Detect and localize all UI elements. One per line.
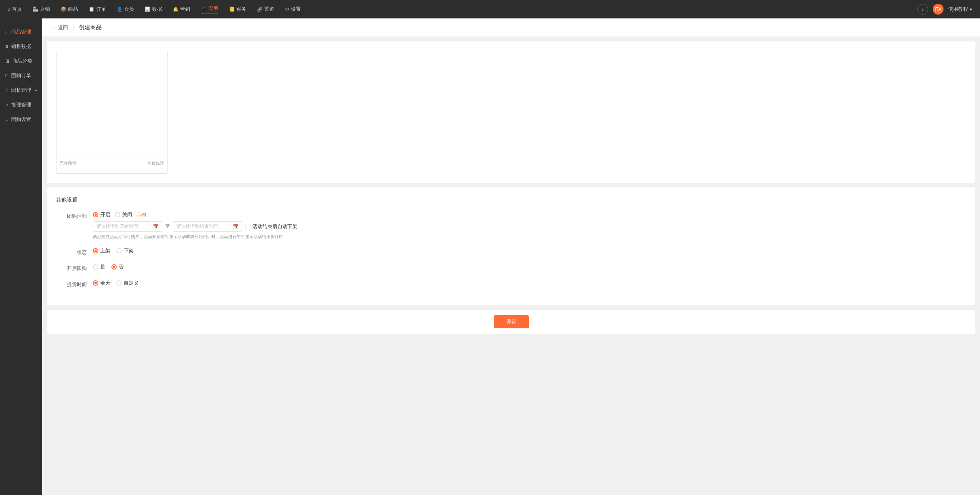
status-options: 上架 下架 — [93, 247, 134, 254]
top-nav: ⌂ 首页 🏪 店铺 📦 商品 📋 订单 👤 会员 📊 数据 🔔 营销 📱 — [0, 0, 980, 18]
limit-buy-no[interactable]: 否 — [111, 263, 124, 270]
status-row: 状态 上架 下架 — [56, 247, 966, 256]
main-content: ← 返回 | 创建商品 元素路径 字数统计 其他设置 团购活动 — [42, 18, 980, 495]
limit-buy-yes[interactable]: 是 — [93, 263, 105, 270]
header-separator: | — [73, 25, 74, 31]
auto-off-shelf-checkbox[interactable]: 活动结束后自动下架 — [245, 223, 297, 230]
page-header: ← 返回 | 创建商品 — [42, 18, 980, 37]
sales-data-icon: ≡ — [5, 44, 8, 49]
sidebar: □ 商品管理 ≡ 销售数据 ⊞ 商品分类 □ 团购订单 ○ 团长管理 ▾ ○ 提… — [0, 18, 42, 495]
auto-off-shelf-box[interactable] — [245, 224, 250, 229]
save-button[interactable]: 保存 — [494, 315, 529, 328]
nav-goods[interactable]: 📦 商品 — [61, 6, 78, 13]
word-count-label: 字数统计 — [147, 161, 164, 166]
group-activity-row: 团购活动 开启 关闭 示例 — [56, 211, 966, 240]
member-icon: 👤 — [117, 7, 123, 12]
nav-app[interactable]: 📱 应用 — [201, 5, 218, 13]
radio-yes-circle[interactable] — [93, 264, 98, 270]
layout: □ 商品管理 ≡ 销售数据 ⊞ 商品分类 □ 团购订单 ○ 团长管理 ▾ ○ 提… — [0, 18, 980, 495]
nav-marketing[interactable]: 🔔 营销 — [173, 6, 190, 13]
tutorial-button[interactable]: 使用教程 ▾ — [948, 6, 972, 13]
group-activity-close[interactable]: 关闭 — [115, 211, 132, 218]
nav-settings[interactable]: ⚙ 设置 — [285, 6, 301, 13]
status-online[interactable]: 上架 — [93, 247, 110, 254]
group-order-icon: □ — [5, 73, 8, 78]
nav-channel[interactable]: 🔗 渠道 — [257, 6, 274, 13]
group-activity-open[interactable]: 开启 — [93, 211, 110, 218]
goods-icon: 📦 — [61, 7, 66, 12]
pickup-time-label: 提货时间 — [56, 280, 87, 288]
back-button[interactable]: ← 返回 — [51, 24, 68, 31]
avatar[interactable]: iTA — [933, 4, 944, 15]
chevron-down-icon: ▾ — [970, 7, 972, 12]
calendar-end-icon: 📅 — [233, 224, 239, 229]
limit-buy-label: 开启限购 — [56, 263, 87, 272]
start-date-input[interactable]: 请选择活动开始时间 📅 — [93, 221, 162, 232]
sidebar-item-withdraw[interactable]: ○ 提现管理 — [0, 98, 42, 112]
sidebar-item-sales-data[interactable]: ≡ 销售数据 — [0, 39, 42, 54]
group-activity-label: 团购活动 — [56, 211, 87, 220]
store-icon: 🏪 — [33, 7, 38, 12]
editor-body[interactable] — [56, 51, 167, 159]
goods-category-icon: ⊞ — [5, 58, 9, 64]
limit-buy-options: 是 否 — [93, 263, 124, 270]
sidebar-item-group-order[interactable]: □ 团购订单 — [0, 68, 42, 83]
settings-icon: ⚙ — [285, 7, 289, 12]
back-arrow-icon: ← — [51, 25, 56, 30]
download-button[interactable]: ↓ — [917, 4, 928, 15]
pickup-time-row: 提货时间 全天 自定义 — [56, 280, 966, 288]
group-settings-icon: ○ — [5, 117, 8, 122]
status-offline[interactable]: 下架 — [116, 247, 134, 254]
app-icon: 📱 — [201, 6, 207, 11]
group-activity-options: 开启 关闭 示例 — [93, 211, 297, 218]
home-icon: ⌂ — [8, 7, 10, 12]
sidebar-item-goods-mgmt[interactable]: □ 商品管理 — [0, 25, 42, 39]
editor-footer: 元素路径 字数统计 — [56, 159, 167, 168]
order-icon: 📋 — [89, 7, 95, 12]
editor-section: 元素路径 字数统计 — [47, 41, 975, 183]
limit-buy-row: 开启限购 是 否 — [56, 263, 966, 272]
example-link[interactable]: 示例 — [137, 212, 146, 218]
nav-home[interactable]: ⌂ 首页 — [8, 6, 22, 13]
other-settings-section: 其他设置 团购活动 开启 关闭 示例 — [47, 187, 975, 305]
finance-icon: 📒 — [229, 7, 235, 12]
nav-order[interactable]: 📋 订单 — [89, 6, 106, 13]
chevron-right-icon: ▾ — [35, 88, 37, 93]
end-date-input[interactable]: 请选择活动结束时间 📅 — [173, 221, 242, 232]
page-title: 创建商品 — [79, 24, 102, 31]
radio-close-circle[interactable] — [115, 212, 120, 217]
pickup-custom[interactable]: 自定义 — [116, 280, 139, 286]
group-activity-control: 开启 关闭 示例 请选择活动开始时间 📅 至 — [93, 211, 297, 240]
sidebar-item-group-leader[interactable]: ○ 团长管理 ▾ — [0, 83, 42, 98]
data-icon: 📊 — [145, 7, 151, 12]
group-activity-hint: 商品仅在活动期间可购买，活动开始前将显示活动即将开始倒计时，活动进行中将显示活动… — [93, 234, 297, 240]
calendar-icon: 📅 — [153, 224, 159, 229]
radio-custom-circle[interactable] — [116, 280, 122, 286]
section-title: 其他设置 — [56, 197, 966, 204]
marketing-icon: 🔔 — [173, 7, 179, 12]
element-path-label: 元素路径 — [60, 161, 76, 166]
date-range-separator: 至 — [165, 223, 170, 230]
nav-store[interactable]: 🏪 店铺 — [33, 6, 50, 13]
status-label: 状态 — [56, 247, 87, 256]
radio-allday-circle[interactable] — [93, 280, 98, 286]
radio-online-circle[interactable] — [93, 248, 98, 253]
withdraw-icon: ○ — [5, 102, 8, 108]
nav-items: ⌂ 首页 🏪 店铺 📦 商品 📋 订单 👤 会员 📊 数据 🔔 营销 📱 — [8, 5, 301, 13]
radio-open-circle[interactable] — [93, 212, 98, 217]
group-leader-icon: ○ — [5, 88, 8, 93]
pickup-time-options: 全天 自定义 — [93, 280, 139, 286]
date-range-row: 请选择活动开始时间 📅 至 请选择活动结束时间 📅 活动结束后自动下架 — [93, 221, 297, 232]
nav-data[interactable]: 📊 数据 — [145, 6, 162, 13]
nav-member[interactable]: 👤 会员 — [117, 6, 134, 13]
goods-mgmt-icon: □ — [5, 29, 8, 35]
pickup-allday[interactable]: 全天 — [93, 280, 110, 286]
nav-right: ↓ iTA 使用教程 ▾ — [917, 4, 972, 15]
radio-no-circle[interactable] — [111, 264, 117, 270]
sidebar-item-goods-category[interactable]: ⊞ 商品分类 — [0, 54, 42, 68]
rich-text-editor[interactable]: 元素路径 字数统计 — [56, 51, 167, 174]
nav-finance[interactable]: 📒 财务 — [229, 6, 246, 13]
radio-offline-circle[interactable] — [116, 248, 122, 253]
sidebar-item-group-settings[interactable]: ○ 团购设置 — [0, 112, 42, 127]
bottom-bar: 保存 — [47, 310, 975, 334]
